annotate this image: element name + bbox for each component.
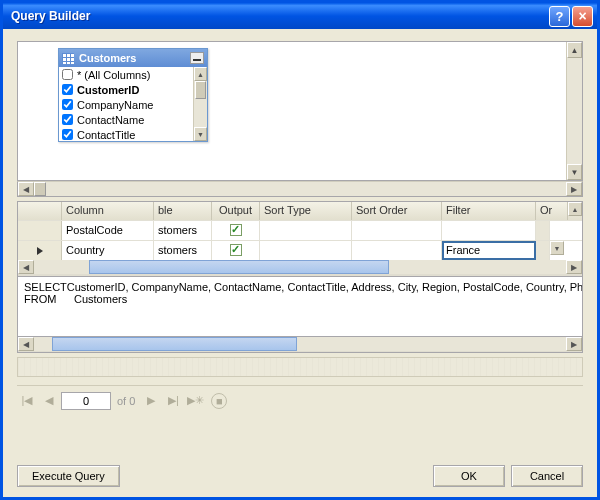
column-checkbox[interactable] xyxy=(62,84,73,95)
column-checkbox[interactable] xyxy=(62,69,73,80)
scroll-thumb[interactable] xyxy=(89,260,389,274)
nav-first-button[interactable]: |◀ xyxy=(17,392,37,410)
scroll-down-icon[interactable]: ▼ xyxy=(550,241,564,255)
scroll-up-icon[interactable]: ▲ xyxy=(568,202,582,216)
cancel-button[interactable]: Cancel xyxy=(511,465,583,487)
scroll-down-icon[interactable]: ▼ xyxy=(194,127,207,141)
grid-hscrollbar[interactable]: ◀ ▶ xyxy=(18,260,582,276)
cell-sortorder[interactable] xyxy=(352,241,442,260)
sql-from-table: Customers xyxy=(74,293,127,305)
col-header-filter[interactable]: Filter xyxy=(442,202,536,220)
cell-or[interactable] xyxy=(536,241,550,260)
ok-button[interactable]: OK xyxy=(433,465,505,487)
column-label: CompanyName xyxy=(77,99,153,111)
column-label: ContactTitle xyxy=(77,129,135,141)
cell-sorttype[interactable] xyxy=(260,241,352,260)
cell-output[interactable] xyxy=(212,241,260,260)
sql-hscrollbar[interactable]: ◀ ▶ xyxy=(17,337,583,353)
cell-column[interactable]: Country xyxy=(62,241,154,260)
row-header-cell xyxy=(18,202,62,220)
grid-row[interactable]: Country stomers France ▼ xyxy=(18,240,582,260)
scroll-up-icon[interactable]: ▲ xyxy=(194,67,207,81)
check-icon xyxy=(230,244,242,256)
column-row: ContactTitle xyxy=(59,127,207,141)
scroll-right-icon[interactable]: ▶ xyxy=(566,182,582,196)
sql-select-kw: SELECT xyxy=(24,281,67,293)
check-icon xyxy=(230,224,242,236)
nav-of-label: of 0 xyxy=(117,395,135,407)
table-window-titlebar[interactable]: Customers xyxy=(59,49,207,67)
cell-output[interactable] xyxy=(212,221,260,240)
col-header-table[interactable]: ble xyxy=(154,202,212,220)
column-label: ContactName xyxy=(77,114,144,126)
cell-sortorder[interactable] xyxy=(352,221,442,240)
scroll-thumb[interactable] xyxy=(195,81,206,99)
nav-position-input[interactable] xyxy=(61,392,111,410)
col-header-output[interactable]: Output xyxy=(212,202,260,220)
execute-query-button[interactable]: Execute Query xyxy=(17,465,120,487)
current-row-icon xyxy=(37,247,43,255)
grid-header-row: Column ble Output Sort Type Sort Order F… xyxy=(18,202,582,220)
column-row: ContactName xyxy=(59,112,207,127)
cell-sorttype[interactable] xyxy=(260,221,352,240)
column-list[interactable]: * (All Columns) CustomerID CompanyName C… xyxy=(59,67,207,141)
scroll-right-icon[interactable]: ▶ xyxy=(566,260,582,274)
cell-filter[interactable]: France xyxy=(442,241,536,260)
criteria-grid[interactable]: Column ble Output Sort Type Sort Order F… xyxy=(17,201,583,277)
cell-column[interactable]: PostalCode xyxy=(62,221,154,240)
col-header-sortorder[interactable]: Sort Order xyxy=(352,202,442,220)
diagram-pane[interactable]: Customers * (All Columns) CustomerID Com… xyxy=(17,41,583,181)
help-button[interactable]: ? xyxy=(549,6,570,27)
column-row: CompanyName xyxy=(59,97,207,112)
scroll-thumb[interactable] xyxy=(34,182,46,196)
table-window-customers[interactable]: Customers * (All Columns) CustomerID Com… xyxy=(58,48,208,142)
client-area: Customers * (All Columns) CustomerID Com… xyxy=(3,29,597,497)
minimize-button[interactable] xyxy=(190,52,204,64)
dialog-footer: Execute Query OK Cancel xyxy=(17,455,583,487)
diagram-vscrollbar[interactable]: ▲ ▼ xyxy=(566,42,582,180)
column-list-scrollbar[interactable]: ▲ ▼ xyxy=(193,67,207,141)
window-title: Query Builder xyxy=(7,9,547,23)
row-selector[interactable] xyxy=(18,221,62,240)
scroll-thumb[interactable] xyxy=(52,337,297,351)
column-label: CustomerID xyxy=(77,84,139,96)
column-checkbox[interactable] xyxy=(62,99,73,110)
scroll-left-icon[interactable]: ◀ xyxy=(18,182,34,196)
sql-select-cols: CustomerID, CompanyName, ContactName, Co… xyxy=(67,281,583,293)
scroll-left-icon[interactable]: ◀ xyxy=(18,337,34,351)
column-row: * (All Columns) xyxy=(59,67,207,82)
sql-from-kw: FROM xyxy=(24,293,74,305)
row-selector[interactable] xyxy=(18,241,62,260)
table-icon xyxy=(62,53,74,64)
cell-table[interactable]: stomers xyxy=(154,221,212,240)
sql-pane[interactable]: SELECTCustomerID, CompanyName, ContactNa… xyxy=(17,277,583,337)
col-header-column[interactable]: Column xyxy=(62,202,154,220)
record-nav: |◀ ◀ of 0 ▶ ▶| ▶✳ ■ xyxy=(17,385,583,409)
nav-next-button[interactable]: ▶ xyxy=(141,392,161,410)
scroll-left-icon[interactable]: ◀ xyxy=(18,260,34,274)
nav-new-button[interactable]: ▶✳ xyxy=(185,392,205,410)
nav-prev-button[interactable]: ◀ xyxy=(39,392,59,410)
col-header-or[interactable]: Or xyxy=(536,202,568,220)
column-label: * (All Columns) xyxy=(77,69,150,81)
scroll-down-icon[interactable]: ▼ xyxy=(567,164,582,180)
nav-stop-button[interactable]: ■ xyxy=(211,393,227,409)
scroll-up-icon[interactable]: ▲ xyxy=(567,42,582,58)
scroll-right-icon[interactable]: ▶ xyxy=(566,337,582,351)
grid-row[interactable]: PostalCode stomers xyxy=(18,220,582,240)
cell-or[interactable] xyxy=(536,221,550,240)
close-button[interactable]: × xyxy=(572,6,593,27)
cell-table[interactable]: stomers xyxy=(154,241,212,260)
diagram-hscrollbar[interactable]: ◀ ▶ xyxy=(17,181,583,197)
column-row: CustomerID xyxy=(59,82,207,97)
column-checkbox[interactable] xyxy=(62,114,73,125)
titlebar: Query Builder ? × xyxy=(3,3,597,29)
results-pane[interactable] xyxy=(17,357,583,377)
col-header-sorttype[interactable]: Sort Type xyxy=(260,202,352,220)
cell-filter[interactable] xyxy=(442,221,536,240)
nav-last-button[interactable]: ▶| xyxy=(163,392,183,410)
column-checkbox[interactable] xyxy=(62,129,73,140)
table-name: Customers xyxy=(79,52,190,64)
